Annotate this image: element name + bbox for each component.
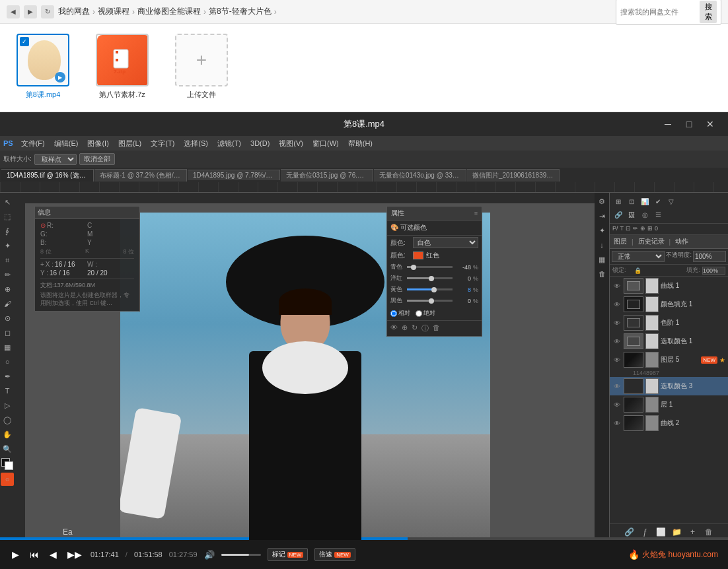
tab-active[interactable]: 1D4A1895.tif @ 16% (选取颜色 3, RGB/8#) (1, 169, 94, 182)
layer-row-curves1[interactable]: 👁 曲线 1 (610, 277, 728, 295)
tool-shape[interactable]: ◯ (1, 413, 14, 426)
color-swatch[interactable] (413, 251, 423, 259)
panel-icon-1[interactable]: ⊞ (612, 195, 624, 207)
tool-move[interactable]: ↖ (1, 195, 14, 209)
icon-histogram[interactable]: ▦ (596, 253, 608, 265)
play-btn[interactable]: ▶ (10, 547, 21, 562)
breadcrumb-item-4[interactable]: 第8节-轻奢大片色 (209, 6, 272, 17)
props-trash-icon[interactable]: 🗑 (433, 323, 440, 333)
radio-absolute[interactable] (416, 310, 422, 317)
tool-dodge[interactable]: ○ (1, 355, 14, 368)
slider-cyan-track[interactable] (407, 266, 453, 268)
ps-menu-file[interactable]: 文件(F) (17, 137, 49, 150)
ps-menu-edit[interactable]: 编辑(E) (50, 137, 83, 150)
mark-btn[interactable]: 标记 NEW (268, 548, 309, 561)
close-btn[interactable]: ✕ (702, 116, 718, 132)
opacity-input[interactable] (693, 251, 726, 262)
tool-select-rect[interactable]: ⬚ (1, 210, 14, 223)
eye-levels[interactable]: 👁 (612, 318, 622, 327)
search-button[interactable]: 搜索 (700, 1, 717, 23)
panel-icon-7[interactable]: 🖼 (626, 209, 637, 220)
icon-delete[interactable]: 🗑 (596, 268, 608, 280)
file-item-zip[interactable]: 7-zip 第八节素材.7z (92, 34, 152, 100)
layer-row-curves2[interactable]: 👁 曲线 2 (610, 414, 728, 432)
blend-mode-select[interactable]: 正常 溶解 正片叠底 (612, 251, 665, 262)
tool-brush[interactable]: 🖌 (1, 297, 14, 310)
ps-menu-layer[interactable]: 图层(L) (114, 137, 145, 150)
tool-lasso[interactable]: ∮ (1, 224, 14, 238)
add-mask-btn[interactable]: ⬜ (655, 526, 668, 538)
tool-eraser[interactable]: ◻ (1, 326, 14, 339)
fast-forward-btn[interactable]: ▶▶ (65, 547, 84, 562)
radio-relative[interactable] (390, 310, 397, 317)
ps-menu-help[interactable]: 帮助(H) (344, 137, 377, 150)
tool-eyedropper[interactable]: ✏ (1, 268, 14, 281)
tab-5[interactable]: 微信图片_20190616183905.jpg @ 203… (467, 169, 560, 182)
breadcrumb-item-2[interactable]: 视频课程 (98, 6, 129, 17)
tool-crop[interactable]: ⌗ (1, 253, 14, 267)
tool-hand[interactable]: ✋ (1, 428, 14, 441)
tool-heal[interactable]: ⊕ (1, 283, 14, 296)
link-layers-btn[interactable]: 🔗 (623, 526, 636, 538)
cancel-btn[interactable]: 取消全部 (79, 153, 115, 165)
breadcrumb-item-1[interactable]: 我的网盘 (58, 6, 90, 17)
panel-icon-3[interactable]: 📊 (639, 195, 651, 207)
tab-4[interactable]: 无量命位0143o.jpg @ 33.3%/RGB… (374, 169, 466, 182)
slider-yellow-track[interactable] (407, 288, 453, 290)
icon-share[interactable]: ⇥ (596, 210, 608, 222)
tab-1[interactable]: 布标题-1 @ 37.2% (色相/饱和度 2 基… (94, 169, 187, 182)
tab-3[interactable]: 无量命位0315.jpg @ 76.6%/RGB-8… (281, 169, 373, 182)
progress-bar-container[interactable] (0, 537, 728, 540)
tool-type[interactable]: T (1, 384, 14, 397)
eye-fill[interactable]: 👁 (612, 300, 622, 309)
eye-selective3[interactable]: 👁 (612, 382, 622, 391)
breadcrumb-item-3[interactable]: 商业修图全能课程 (137, 6, 201, 17)
props-info-icon[interactable]: ⓘ (421, 323, 429, 333)
ps-menu-view[interactable]: 视图(V) (275, 137, 307, 150)
panel-icon-4[interactable]: ✔ (652, 195, 664, 207)
prev-btn[interactable]: ⏮ (28, 547, 41, 562)
ps-menu-filter[interactable]: 滤镜(T) (213, 137, 245, 150)
ps-menu-image[interactable]: 图像(I) (83, 137, 112, 150)
props-refresh-icon[interactable]: ↻ (412, 323, 418, 333)
volume-icon[interactable]: 🔊 (204, 550, 215, 560)
nav-back-btn[interactable]: ◀ (7, 5, 20, 18)
rewind-btn[interactable]: ◀ (48, 547, 59, 562)
slider-magenta-track[interactable] (407, 277, 453, 279)
volume-bar[interactable] (221, 554, 261, 556)
layer-row-selective1[interactable]: 👁 选取颜色 1 (610, 332, 728, 351)
eye-curves1[interactable]: 👁 (612, 281, 622, 290)
props-link-icon[interactable]: ⊕ (402, 323, 408, 333)
delete-layer-btn[interactable]: 🗑 (702, 526, 715, 538)
ps-menu-text[interactable]: 文字(T) (147, 137, 178, 150)
maximize-btn[interactable]: □ (681, 116, 697, 132)
props-color-select[interactable]: 白色 红色 黄色 绿色 青色 蓝色 洋红 (413, 237, 478, 248)
eye-layer5[interactable]: 👁 (612, 355, 622, 364)
props-collapse-btn[interactable]: ≡ (474, 210, 478, 217)
foreground-background-colors[interactable] (1, 458, 13, 470)
panel-icon-2[interactable]: ⊡ (626, 195, 637, 207)
icon-adjust[interactable]: ⚙ (596, 195, 608, 207)
fill-input[interactable] (702, 267, 725, 275)
ps-menu-select[interactable]: 选择(S) (180, 137, 212, 150)
tool-path-select[interactable]: ▷ (1, 399, 14, 412)
icon-add-layer[interactable]: ✦ (596, 224, 608, 236)
layer-row-1[interactable]: 👁 层 1 (610, 395, 728, 414)
file-item-upload[interactable]: + 上传文件 (172, 34, 231, 100)
eye-layer1[interactable]: 👁 (612, 400, 622, 409)
nav-refresh-btn[interactable]: ↻ (41, 5, 54, 18)
tool-magic-wand[interactable]: ✦ (1, 239, 14, 252)
actions-tab[interactable]: 动作 (675, 237, 688, 246)
eye-selective1[interactable]: 👁 (612, 337, 622, 346)
tool-zoom[interactable]: 🔍 (1, 442, 14, 455)
new-layer-btn[interactable]: + (686, 526, 700, 538)
search-input[interactable] (620, 8, 700, 16)
ps-menu-3d[interactable]: 3D(D) (246, 138, 273, 149)
ps-menu-window[interactable]: 窗口(W) (309, 137, 343, 150)
nav-forward-btn[interactable]: ▶ (24, 5, 37, 18)
layer-row-5[interactable]: 👁 图层 5 NEW ★ (610, 351, 728, 369)
panel-icon-5[interactable]: ▽ (665, 195, 677, 207)
tab-2[interactable]: 1D4A1895.jpg @ 7.78%/RGB-8… (188, 170, 280, 180)
minimize-btn[interactable]: ─ (660, 116, 676, 132)
tool-clone[interactable]: ⊙ (1, 312, 14, 325)
